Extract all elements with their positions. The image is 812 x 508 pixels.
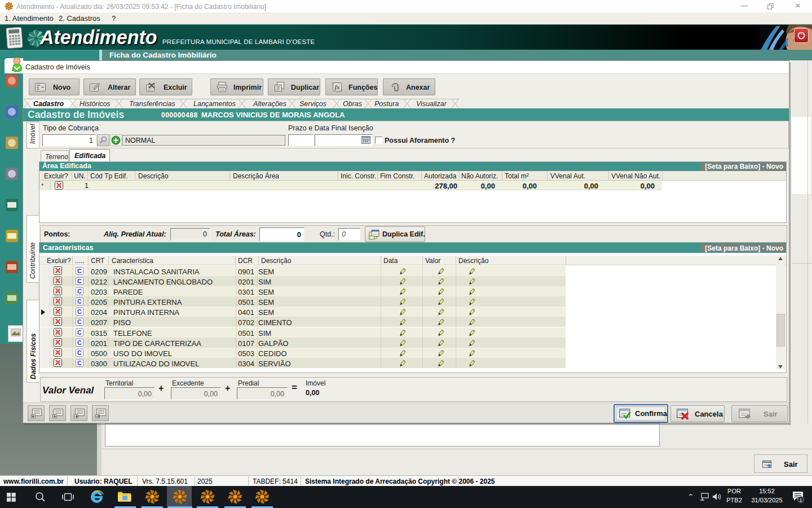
svg-text:fx: fx bbox=[334, 84, 340, 90]
svg-text:1: 1 bbox=[799, 497, 802, 503]
